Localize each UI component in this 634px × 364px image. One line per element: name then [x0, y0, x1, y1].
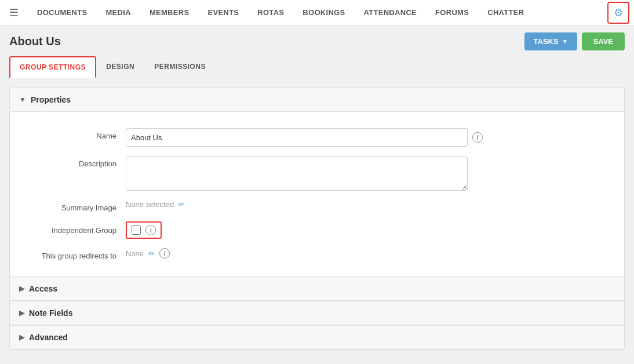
independent-group-info-icon[interactable]: i [145, 225, 156, 235]
menu-icon[interactable]: ☰ [5, 3, 23, 22]
name-row: Name i [10, 123, 624, 151]
summary-image-row: Summary Image None selected ✏ [10, 195, 624, 217]
redirect-control-wrap: None ✏ i [126, 248, 613, 259]
properties-section-header[interactable]: ▼ Properties [10, 88, 624, 112]
name-label: Name [21, 128, 126, 140]
properties-title: Properties [31, 95, 71, 104]
nav-tab-documents[interactable]: DOCUMENTS [28, 0, 96, 26]
nav-tab-rotas[interactable]: ROTAS [248, 0, 293, 26]
nav-tab-media[interactable]: MEDIA [96, 0, 140, 26]
nav-tab-chatter[interactable]: CHATTER [478, 0, 533, 26]
properties-section-body: Name i Description Summary Image None se… [10, 112, 624, 276]
redirect-value: None [126, 249, 144, 258]
independent-group-row: Independent Group i [10, 217, 624, 243]
access-title: Access [29, 284, 57, 293]
redirect-info-icon[interactable]: i [159, 248, 170, 259]
access-chevron-icon: ▶ [19, 285, 24, 293]
description-row: Description [10, 151, 624, 195]
main-content: ▼ Properties Name i Description Summ [0, 78, 634, 359]
advanced-section-header[interactable]: ▶ Advanced [10, 326, 624, 350]
summary-image-label: Summary Image [21, 200, 126, 212]
settings-card: ▼ Properties Name i Description Summ [9, 88, 625, 350]
independent-group-control: i [126, 221, 162, 239]
top-nav: ☰ DOCUMENTSMEDIAMEMBERSEVENTSROTASBOOKIN… [0, 0, 634, 26]
redirect-row: This group redirects to None ✏ i [10, 243, 624, 265]
summary-image-edit-icon[interactable]: ✏ [178, 200, 185, 209]
nav-tab-bookings[interactable]: BOOKINGS [293, 0, 354, 26]
tasks-chevron-icon: ▼ [562, 38, 568, 45]
nav-tab-forums[interactable]: FORUMS [426, 0, 478, 26]
advanced-section: ▶ Advanced [10, 325, 624, 350]
header-buttons: TASKS ▼ SAVE [524, 32, 625, 50]
description-label: Description [21, 156, 126, 168]
page-header: About Us TASKS ▼ SAVE [0, 26, 634, 56]
gear-button[interactable]: ⚙ [607, 2, 629, 24]
name-input[interactable] [126, 128, 468, 147]
nav-tabs: DOCUMENTSMEDIAMEMBERSEVENTSROTASBOOKINGS… [28, 0, 607, 26]
sub-tab-design[interactable]: DESIGN [96, 56, 144, 78]
note-fields-title: Note Fields [29, 308, 72, 318]
description-control-wrap [126, 156, 613, 191]
tasks-button[interactable]: TASKS ▼ [524, 32, 577, 50]
note-fields-section-header[interactable]: ▶ Note Fields [10, 301, 624, 325]
nav-tab-members[interactable]: MEMBERS [140, 0, 199, 26]
access-section: ▶ Access [10, 276, 624, 301]
page-title: About Us [9, 35, 61, 48]
tasks-label: TASKS [534, 37, 559, 46]
nav-tab-events[interactable]: EVENTS [198, 0, 248, 26]
description-textarea[interactable] [126, 156, 468, 191]
nav-tab-attendance[interactable]: ATTENDANCE [355, 0, 427, 26]
independent-group-label: Independent Group [21, 226, 126, 235]
redirect-label: This group redirects to [21, 248, 126, 260]
save-button[interactable]: SAVE [582, 32, 625, 50]
advanced-chevron-icon: ▶ [19, 333, 24, 341]
note-fields-section: ▶ Note Fields [10, 301, 624, 325]
summary-image-value: None selected [126, 200, 174, 209]
access-section-header[interactable]: ▶ Access [10, 277, 624, 301]
redirect-edit-icon[interactable]: ✏ [148, 249, 155, 258]
sub-tabs: GROUP SETTINGSDESIGNPERMISSIONS [0, 56, 634, 78]
properties-chevron-icon: ▼ [19, 96, 26, 104]
note-fields-chevron-icon: ▶ [19, 309, 24, 317]
independent-group-checkbox[interactable] [132, 225, 141, 235]
advanced-title: Advanced [29, 333, 68, 342]
sub-tab-group-settings[interactable]: GROUP SETTINGS [9, 56, 96, 78]
sub-tab-permissions[interactable]: PERMISSIONS [144, 56, 216, 78]
summary-image-control-wrap: None selected ✏ [126, 200, 613, 209]
name-control-wrap: i [126, 128, 613, 147]
name-info-icon[interactable]: i [472, 132, 483, 143]
